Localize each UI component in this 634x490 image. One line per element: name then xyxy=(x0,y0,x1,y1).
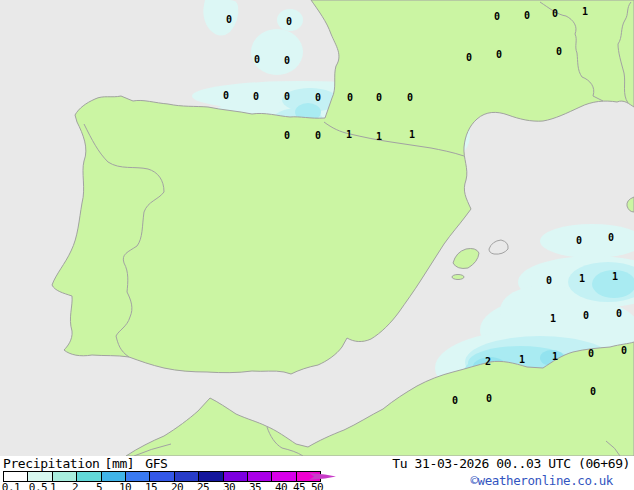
colorbar-tick-label: 10 xyxy=(119,481,131,490)
precip-value-label: 0 xyxy=(226,14,232,25)
precip-value-label: 0 xyxy=(284,130,290,141)
colorbar-tick-label: 45 xyxy=(293,481,305,490)
precip-value-label: 1 xyxy=(346,129,352,140)
precip-value-label: 1 xyxy=(550,313,556,324)
precip-value-label: 0 xyxy=(407,92,413,103)
map-area: 000001000000000000001110001110021100000 xyxy=(0,0,634,456)
colorbar-tick-label: 40 xyxy=(275,481,287,490)
colorbar-tick-label: 0.5 xyxy=(29,481,47,490)
colorbar-tick-label: 50 xyxy=(311,481,323,490)
colorbar-tick-label: 0.1 xyxy=(2,481,20,490)
precip-value-label: 0 xyxy=(494,11,500,22)
precip-value-label: 0 xyxy=(496,49,502,60)
precip-value-label: 0 xyxy=(223,90,229,101)
precip-value-label: 0 xyxy=(576,235,582,246)
precip-value-label: 0 xyxy=(452,395,458,406)
colorbar-tick-label: 35 xyxy=(249,481,261,490)
precip-value-label: 0 xyxy=(286,16,292,27)
colorbar-tick-label: 30 xyxy=(223,481,235,490)
precip-value-label: 1 xyxy=(579,273,585,284)
precip-value-label: 0 xyxy=(486,393,492,404)
precip-value-label: 0 xyxy=(621,345,627,356)
colorbar-tick-label: 5 xyxy=(96,481,102,490)
precip-value-label: 0 xyxy=(556,46,562,57)
precip-value-label: 0 xyxy=(315,130,321,141)
precip-value-label: 0 xyxy=(284,55,290,66)
forecast-timestamp: Tu 31-03-2026 00..03 UTC (06+69) xyxy=(392,456,630,471)
precip-value-label: 2 xyxy=(485,356,491,367)
precip-value-label: 0 xyxy=(254,54,260,65)
colorbar-tick-label: 2 xyxy=(72,481,78,490)
colorbar-tick-label: 15 xyxy=(145,481,157,490)
precip-value-label: 1 xyxy=(409,129,415,140)
precip-value-label: 0 xyxy=(588,348,594,359)
legend-title: Precipitation[mm]GFS xyxy=(3,456,168,471)
precip-value-label: 1 xyxy=(519,354,525,365)
precip-value-label: 0 xyxy=(253,91,259,102)
precip-value-label: 1 xyxy=(376,131,382,142)
colorbar-tick-label: 25 xyxy=(197,481,209,490)
precip-value-label: 0 xyxy=(284,91,290,102)
legend-bar: Precipitation[mm]GFS Tu 31-03-2026 00..0… xyxy=(0,456,634,490)
weather-map-screenshot: 000001000000000000001110001110021100000 … xyxy=(0,0,634,490)
precip-value-label: 0 xyxy=(616,308,622,319)
precip-value-label: 0 xyxy=(608,232,614,243)
precip-value-label: 1 xyxy=(612,271,618,282)
precipitation-map: 000001000000000000001110001110021100000 xyxy=(0,0,634,456)
legend-unit-label: [mm] xyxy=(105,456,135,471)
precip-value-label: 0 xyxy=(376,92,382,103)
precip-value-label: 0 xyxy=(315,92,321,103)
colorbar-tick-label: 20 xyxy=(171,481,183,490)
precip-value-label: 0 xyxy=(347,92,353,103)
copyright-watermark: ©weatheronline.co.uk xyxy=(470,473,613,488)
legend-model-label: GFS xyxy=(145,456,167,471)
precip-value-label: 1 xyxy=(552,351,558,362)
precip-value-label: 1 xyxy=(582,6,588,17)
legend-parameter-label: Precipitation xyxy=(3,456,100,471)
colorbar-tick-label: 1 xyxy=(50,481,56,490)
precip-value-label: 0 xyxy=(590,386,596,397)
precip-value-label: 0 xyxy=(552,8,558,19)
precip-value-label: 0 xyxy=(583,310,589,321)
precip-value-label: 0 xyxy=(546,275,552,286)
precip-value-label: 0 xyxy=(524,10,530,21)
precip-value-label: 0 xyxy=(466,52,472,63)
